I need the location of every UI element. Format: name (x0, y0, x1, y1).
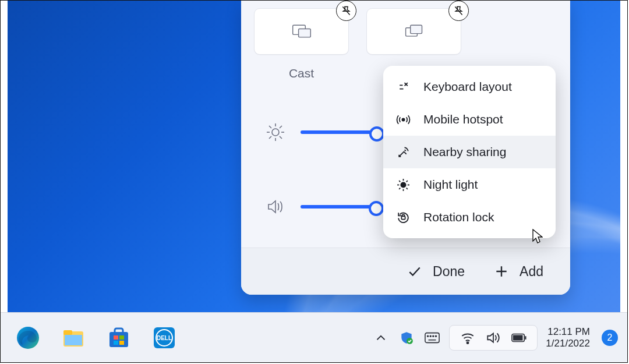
menu-item-keyboard-layout[interactable]: Keyboard layout (383, 70, 556, 103)
rotation-lock-icon (396, 210, 411, 225)
nearby-sharing-icon (396, 145, 411, 160)
svg-point-14 (401, 182, 405, 187)
night-light-icon (396, 178, 411, 192)
clock-time: 12:11 PM (546, 326, 590, 338)
taskbar-icon-microsoft-store[interactable] (105, 324, 132, 351)
svg-rect-45 (525, 336, 526, 340)
taskbar-icon-edge[interactable] (15, 324, 41, 351)
svg-point-40 (433, 335, 434, 337)
svg-rect-37 (425, 333, 439, 342)
mouse-cursor (532, 229, 543, 244)
tray-overflow-button[interactable] (372, 329, 390, 347)
svg-rect-26 (63, 330, 72, 335)
unpin-icon[interactable] (448, 1, 469, 21)
add-label: Add (520, 264, 543, 280)
svg-rect-32 (119, 341, 124, 345)
menu-item-label: Mobile hotspot (423, 112, 503, 126)
plus-icon (494, 264, 509, 279)
svg-rect-46 (513, 335, 523, 340)
svg-line-9 (269, 126, 271, 128)
notification-count: 2 (607, 333, 613, 343)
svg-point-38 (427, 335, 429, 337)
notification-badge[interactable]: 2 (602, 330, 618, 346)
wifi-icon (459, 329, 476, 347)
check-icon (407, 264, 422, 279)
project-icon (404, 23, 425, 40)
volume-icon (264, 196, 287, 218)
add-button[interactable]: Add (494, 264, 543, 280)
taskbar-icon-file-explorer[interactable] (60, 324, 87, 351)
quick-settings-panel: Cast (241, 1, 570, 295)
menu-item-label: Rotation lock (423, 210, 494, 224)
menu-item-night-light[interactable]: Night light (383, 168, 556, 201)
system-tray-group[interactable] (449, 325, 538, 351)
svg-line-22 (399, 188, 400, 189)
menu-item-nearby-sharing[interactable]: Nearby sharing (383, 136, 556, 168)
svg-rect-31 (114, 341, 118, 345)
svg-rect-28 (109, 332, 128, 347)
svg-line-10 (280, 136, 282, 139)
svg-point-39 (430, 335, 432, 337)
menu-item-label: Nearby sharing (423, 145, 506, 159)
svg-rect-30 (119, 335, 124, 340)
svg-point-4 (272, 129, 279, 136)
svg-rect-23 (401, 216, 405, 219)
svg-rect-27 (65, 335, 82, 345)
done-label: Done (433, 264, 465, 280)
menu-item-label: Keyboard layout (423, 80, 512, 94)
svg-rect-1 (298, 29, 310, 37)
tile-cast[interactable] (254, 8, 349, 55)
cast-icon (291, 23, 312, 40)
svg-point-13 (402, 118, 404, 121)
svg-point-43 (467, 342, 469, 344)
menu-item-mobile-hotspot[interactable]: Mobile hotspot (383, 103, 556, 136)
taskbar-icon-dell[interactable]: DELL (151, 324, 178, 351)
svg-line-20 (407, 188, 408, 189)
svg-line-19 (399, 181, 400, 182)
quick-settings-footer: Done Add (241, 248, 570, 295)
unpin-icon[interactable] (336, 1, 356, 21)
svg-line-11 (280, 126, 282, 128)
done-button[interactable]: Done (407, 264, 465, 280)
menu-item-rotation-lock[interactable]: Rotation lock (383, 201, 556, 234)
tray-security-icon[interactable] (398, 329, 415, 347)
add-context-menu: Keyboard layout Mobile hotspot Nearby sh… (383, 66, 556, 238)
svg-line-21 (407, 181, 408, 182)
svg-text:DELL: DELL (157, 335, 172, 341)
keyboard-layout-icon (396, 80, 411, 94)
taskbar: DELL (1, 312, 627, 362)
tile-project[interactable] (366, 8, 461, 55)
volume-tray-icon (485, 329, 502, 347)
tray-input-indicator[interactable] (423, 329, 441, 347)
hotspot-icon (396, 112, 411, 127)
menu-item-label: Night light (423, 178, 478, 192)
clock-date: 1/21/2022 (546, 338, 590, 349)
svg-line-12 (269, 136, 271, 139)
svg-rect-29 (114, 335, 118, 340)
tile-label: Cast (254, 66, 349, 80)
battery-icon (510, 329, 528, 347)
brightness-icon (264, 121, 287, 143)
svg-point-41 (436, 335, 437, 337)
svg-rect-3 (410, 25, 422, 33)
taskbar-clock[interactable]: 12:11 PM 1/21/2022 (546, 326, 590, 349)
